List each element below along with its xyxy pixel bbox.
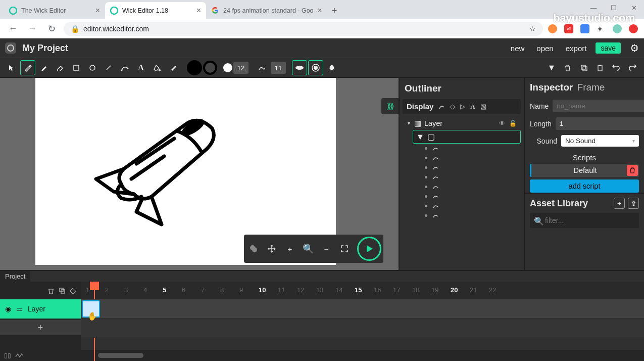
- trash-icon[interactable]: [560, 60, 575, 75]
- add-script-button[interactable]: add script: [530, 179, 639, 193]
- onion-skin-icon[interactable]: ▯▯: [4, 352, 11, 359]
- tab-wick-editor[interactable]: Wick Editor 1.18 ×: [105, 2, 206, 19]
- brush-tool[interactable]: [20, 60, 35, 75]
- wick-logo-icon[interactable]: [5, 42, 16, 54]
- expand-icon[interactable]: ▼: [407, 121, 411, 126]
- upload-asset-button[interactable]: ⇪: [628, 198, 639, 209]
- line-tool[interactable]: [101, 60, 116, 75]
- dropdown-icon[interactable]: ▼: [544, 60, 559, 75]
- eraser-tool[interactable]: [53, 60, 68, 75]
- fullscreen-icon[interactable]: [337, 241, 352, 256]
- gear-icon[interactable]: ⚙: [630, 42, 639, 54]
- extension-icon[interactable]: off: [564, 24, 573, 33]
- timeline-layer[interactable]: ◉ ▭ Layer: [0, 299, 81, 319]
- outliner-path[interactable]: [425, 153, 521, 163]
- extensions-menu-icon[interactable]: ✦: [597, 24, 606, 33]
- playhead[interactable]: [90, 282, 99, 290]
- pencil-tool[interactable]: [36, 60, 52, 75]
- pressure-mode-2[interactable]: [308, 60, 323, 75]
- outliner-path[interactable]: [425, 201, 521, 211]
- copy-frame-icon[interactable]: [59, 287, 66, 294]
- pressure-mode-3[interactable]: [324, 60, 339, 75]
- outliner-frame[interactable]: ▼ ▢: [413, 130, 521, 144]
- timeline-track-empty[interactable]: [81, 319, 644, 338]
- visibility-icon[interactable]: 👁: [499, 120, 505, 127]
- timeline-track[interactable]: ✋: [81, 299, 644, 319]
- save-button[interactable]: save: [596, 42, 621, 54]
- asset-filter-input[interactable]: [530, 213, 639, 228]
- zoom-out-icon[interactable]: −: [319, 241, 334, 256]
- collapse-outliner-button[interactable]: ⟫⟫: [381, 98, 399, 114]
- back-button[interactable]: ←: [6, 23, 20, 34]
- image-filter-icon[interactable]: ▧: [480, 103, 486, 110]
- length-input[interactable]: [556, 117, 644, 130]
- stroke-color[interactable]: [203, 61, 217, 75]
- delete-script-button[interactable]: [627, 165, 638, 176]
- expand-icon[interactable]: ▼: [416, 132, 424, 142]
- close-icon[interactable]: ×: [196, 6, 201, 15]
- outliner-layer[interactable]: ▼ ▥ Layer 👁 🔓: [403, 117, 521, 130]
- extension-icon[interactable]: [548, 24, 557, 33]
- lock-icon[interactable]: 🔓: [509, 120, 517, 127]
- play-button[interactable]: [357, 237, 381, 261]
- smoothing-input[interactable]: 11: [271, 62, 286, 74]
- export-button[interactable]: export: [563, 44, 590, 53]
- eyedropper-tool[interactable]: [166, 60, 181, 75]
- frame-1[interactable]: ✋: [82, 300, 100, 318]
- layer-visibility-icon[interactable]: ◉: [5, 305, 11, 313]
- extension-icon[interactable]: [580, 24, 589, 33]
- address-bar[interactable]: 🔒 editor.wickeditor.com ☆: [64, 22, 543, 36]
- path-tool[interactable]: [117, 60, 132, 75]
- undo-icon[interactable]: [609, 60, 624, 75]
- path-filter-icon[interactable]: [438, 103, 445, 110]
- brush-size-input[interactable]: 12: [233, 62, 249, 74]
- extension-icon[interactable]: [613, 24, 622, 33]
- delete-frame-icon[interactable]: [47, 287, 55, 294]
- tab-google-search[interactable]: 24 fps animation standard - Goo ×: [206, 2, 327, 19]
- cursor-tool[interactable]: [4, 60, 19, 75]
- close-icon[interactable]: ×: [95, 6, 100, 15]
- outliner-path[interactable]: [425, 144, 521, 153]
- fill-color[interactable]: [187, 60, 202, 75]
- outliner-path[interactable]: [425, 211, 521, 220]
- outliner-path[interactable]: [425, 182, 521, 192]
- rectangle-tool[interactable]: [69, 60, 84, 75]
- outliner-path[interactable]: [425, 163, 521, 172]
- add-asset-button[interactable]: +: [614, 198, 625, 209]
- redo-icon[interactable]: [625, 60, 640, 75]
- add-layer-button[interactable]: +: [0, 320, 81, 335]
- search-icon[interactable]: 🔍: [301, 241, 316, 256]
- reload-button[interactable]: ↻: [44, 23, 59, 34]
- new-button[interactable]: new: [508, 44, 528, 53]
- zoom-in-icon[interactable]: +: [282, 241, 298, 256]
- name-input[interactable]: [553, 100, 644, 112]
- forward-button[interactable]: →: [25, 23, 39, 34]
- sound-select[interactable]: No Sound ▾: [561, 135, 639, 147]
- copy-icon[interactable]: [576, 60, 591, 75]
- button-filter-icon[interactable]: ▷: [460, 103, 465, 110]
- timeline-scrollbar[interactable]: [98, 353, 143, 358]
- pan-icon[interactable]: [264, 241, 279, 256]
- close-icon[interactable]: ×: [318, 6, 322, 15]
- name-label: Name: [530, 102, 549, 110]
- new-tab-button[interactable]: +: [327, 4, 341, 18]
- waveform-icon[interactable]: [15, 353, 23, 358]
- text-tool[interactable]: A: [133, 60, 148, 75]
- timeline-ruler[interactable]: 12345678910111213141516171819202122: [81, 282, 644, 299]
- timeline-tab[interactable]: Project: [0, 271, 30, 282]
- paste-icon[interactable]: [592, 60, 608, 75]
- fill-tool[interactable]: [150, 60, 165, 75]
- extension-icon[interactable]: [629, 24, 638, 33]
- clip-filter-icon[interactable]: ◇: [450, 103, 455, 110]
- outliner-path[interactable]: [425, 172, 521, 182]
- pressure-mode-1[interactable]: [292, 60, 307, 75]
- tab-wick-home[interactable]: The Wick Editor ×: [4, 2, 105, 19]
- ellipse-tool[interactable]: [85, 60, 100, 75]
- script-default[interactable]: Default: [530, 164, 639, 177]
- text-filter-icon[interactable]: A: [470, 103, 475, 111]
- recenter-icon[interactable]: [246, 241, 261, 256]
- star-icon[interactable]: ☆: [529, 25, 536, 33]
- tween-icon[interactable]: ◇: [70, 286, 76, 295]
- outliner-path[interactable]: [425, 192, 521, 201]
- open-button[interactable]: open: [533, 44, 556, 53]
